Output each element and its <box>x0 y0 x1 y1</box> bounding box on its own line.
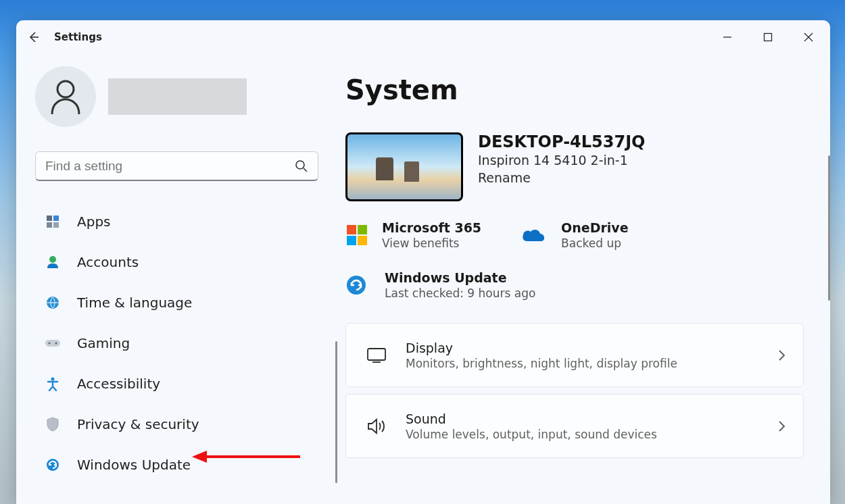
sidebar-item-label: Accounts <box>77 254 139 270</box>
device-row: DESKTOP-4L537JQ Inspiron 14 5410 2-in-1 … <box>345 132 826 201</box>
account-name-redacted <box>108 78 247 115</box>
svg-rect-21 <box>347 225 356 234</box>
globe-clock-icon <box>45 295 61 310</box>
status-title: OneDrive <box>561 220 629 235</box>
svg-point-12 <box>49 256 56 263</box>
status-subtitle: View benefits <box>382 236 481 250</box>
svg-rect-8 <box>47 216 52 221</box>
chevron-right-icon <box>777 349 786 361</box>
sidebar-item-accounts[interactable]: Accounts <box>35 242 318 282</box>
main-panel: System DESKTOP-4L537JQ Inspiron 14 5410 … <box>337 54 830 504</box>
window-controls <box>707 21 829 53</box>
svg-rect-23 <box>347 236 356 245</box>
titlebar: Settings <box>16 20 830 54</box>
svg-rect-11 <box>53 222 59 228</box>
sidebar-item-privacy-security[interactable]: Privacy & security <box>35 404 318 445</box>
svg-rect-22 <box>358 225 367 234</box>
main-scrollbar[interactable] <box>828 155 830 301</box>
card-title: Sound <box>406 411 777 426</box>
status-update[interactable]: Windows Update Last checked: 9 hours ago <box>345 270 826 300</box>
rename-link[interactable]: Rename <box>478 170 646 185</box>
svg-rect-15 <box>45 340 60 347</box>
search-icon <box>295 159 308 173</box>
back-button[interactable] <box>18 21 50 53</box>
body: Apps Accounts Time & language Gaming Acc… <box>16 54 830 504</box>
maximize-icon <box>763 32 773 42</box>
sidebar-item-apps[interactable]: Apps <box>35 201 318 242</box>
display-icon <box>364 347 389 363</box>
svg-line-7 <box>304 168 307 172</box>
sidebar: Apps Accounts Time & language Gaming Acc… <box>16 54 337 504</box>
device-info: DESKTOP-4L537JQ Inspiron 14 5410 2-in-1 … <box>478 132 646 185</box>
status-title: Microsoft 365 <box>382 220 481 235</box>
card-display[interactable]: Display Monitors, brightness, night ligh… <box>345 323 804 387</box>
update-icon <box>345 274 367 296</box>
status-title: Windows Update <box>385 270 535 285</box>
settings-window: Settings <box>16 20 830 504</box>
sidebar-item-label: Accessibility <box>77 376 160 392</box>
status-m365[interactable]: Microsoft 365 View benefits <box>345 220 481 250</box>
cloud-icon <box>521 226 548 244</box>
accessibility-icon <box>45 376 61 391</box>
svg-point-5 <box>57 81 74 97</box>
arrow-left-icon <box>27 30 41 44</box>
status-onedrive[interactable]: OneDrive Backed up <box>521 220 629 250</box>
settings-list: Display Monitors, brightness, night ligh… <box>345 323 804 458</box>
sidebar-item-label: Privacy & security <box>77 416 199 432</box>
sidebar-item-label: Apps <box>77 213 111 230</box>
chevron-right-icon <box>777 420 786 432</box>
card-title: Display <box>406 341 777 355</box>
account-row[interactable] <box>35 66 318 127</box>
person-icon <box>49 79 82 114</box>
svg-point-18 <box>51 378 55 381</box>
microsoft-icon <box>345 224 368 247</box>
svg-point-16 <box>49 343 51 345</box>
page-title: System <box>345 74 826 105</box>
svg-rect-9 <box>53 216 59 221</box>
svg-point-19 <box>47 459 59 471</box>
sidebar-item-label: Gaming <box>77 335 130 351</box>
update-icon <box>45 457 61 472</box>
sidebar-item-accessibility[interactable]: Accessibility <box>35 363 318 404</box>
sidebar-item-windows-update[interactable]: Windows Update <box>35 445 318 485</box>
sidebar-item-label: Windows Update <box>77 457 191 473</box>
svg-point-25 <box>347 276 366 295</box>
avatar <box>35 66 96 127</box>
svg-point-17 <box>55 343 57 345</box>
sidebar-item-gaming[interactable]: Gaming <box>35 323 318 363</box>
close-icon <box>804 32 813 42</box>
search-box[interactable] <box>35 151 318 181</box>
window-title: Settings <box>54 31 102 43</box>
maximize-button[interactable] <box>748 21 788 53</box>
device-preview <box>345 132 463 201</box>
sidebar-item-time-language[interactable]: Time & language <box>35 282 318 323</box>
status-subtitle: Last checked: 9 hours ago <box>385 286 535 300</box>
device-model: Inspiron 14 5410 2-in-1 <box>478 153 646 168</box>
svg-rect-2 <box>765 34 772 41</box>
apps-icon <box>45 214 61 229</box>
minimize-icon <box>723 32 732 42</box>
sidebar-item-label: Time & language <box>77 295 192 311</box>
sound-icon <box>364 418 389 435</box>
svg-rect-24 <box>358 236 367 245</box>
svg-rect-10 <box>47 222 52 228</box>
search-input[interactable] <box>45 159 295 174</box>
status-subtitle: Backed up <box>561 236 629 250</box>
accounts-icon <box>45 255 61 270</box>
status-row: Microsoft 365 View benefits OneDrive Bac… <box>345 220 826 250</box>
shield-icon <box>45 417 61 432</box>
card-sound[interactable]: Sound Volume levels, output, input, soun… <box>345 394 804 458</box>
gamepad-icon <box>45 338 61 349</box>
close-button[interactable] <box>788 21 829 53</box>
svg-point-6 <box>296 161 304 169</box>
minimize-button[interactable] <box>707 21 748 53</box>
device-name: DESKTOP-4L537JQ <box>478 132 646 151</box>
card-subtitle: Monitors, brightness, night light, displ… <box>406 357 777 370</box>
svg-rect-26 <box>368 349 385 360</box>
nav-list: Apps Accounts Time & language Gaming Acc… <box>35 201 318 485</box>
card-subtitle: Volume levels, output, input, sound devi… <box>406 428 777 441</box>
